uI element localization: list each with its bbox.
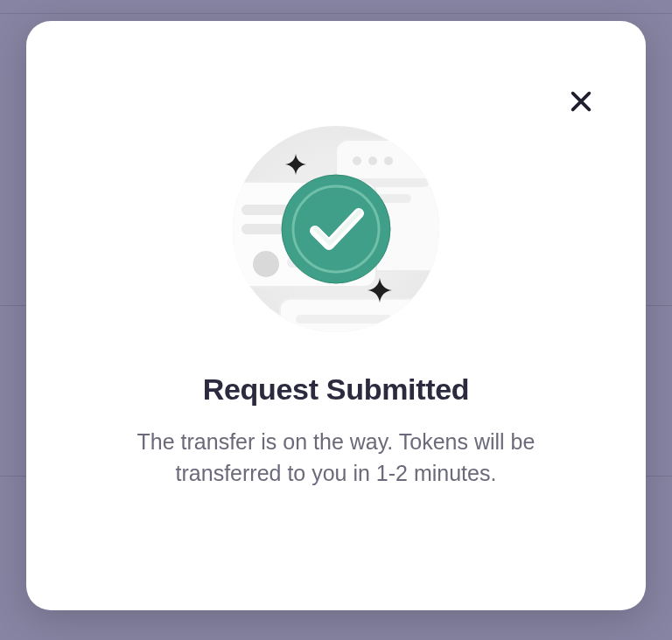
success-illustration — [228, 121, 444, 337]
svg-point-15 — [282, 175, 390, 283]
modal-body-text: The transfer is on the way. Tokens will … — [79, 426, 593, 490]
svg-point-5 — [384, 157, 393, 165]
svg-point-11 — [253, 251, 279, 277]
svg-point-3 — [353, 157, 361, 165]
close-button[interactable] — [564, 84, 598, 119]
modal-title: Request Submitted — [79, 372, 593, 407]
backdrop-divider — [0, 13, 672, 14]
close-icon — [569, 89, 593, 114]
sparkle-icon — [285, 154, 306, 175]
success-modal: Request Submitted The transfer is on the… — [26, 21, 646, 610]
svg-point-4 — [368, 157, 377, 165]
checkmark-badge-icon — [280, 173, 392, 285]
svg-rect-14 — [296, 315, 392, 323]
